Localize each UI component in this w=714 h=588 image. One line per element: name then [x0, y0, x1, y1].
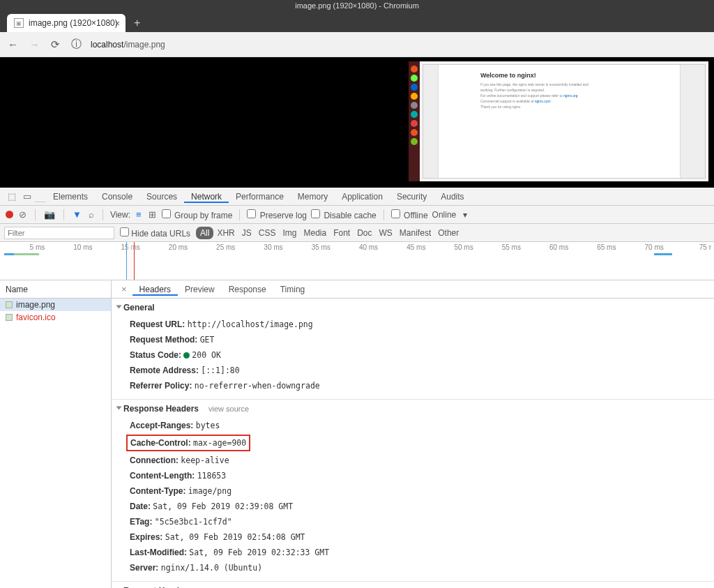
request-row[interactable]: image.png: [0, 299, 111, 311]
tab-title: image.png (1920×1080): [29, 18, 118, 28]
header-row: Content-Type: image/png: [117, 483, 708, 499]
new-tab-button[interactable]: +: [126, 17, 149, 32]
filter-type-manifest[interactable]: Manifest: [396, 227, 434, 239]
search-icon[interactable]: ⌕: [87, 209, 96, 220]
grid-view-icon[interactable]: ⊞: [147, 209, 158, 220]
devtools-tab-sources[interactable]: Sources: [139, 192, 184, 202]
device-icon[interactable]: ▭: [20, 191, 35, 202]
filter-type-other[interactable]: Other: [434, 227, 462, 239]
header-row: Expires: Sat, 09 Feb 2019 02:54:08 GMT: [117, 529, 708, 545]
image-preview: Welcome to nginx! If you see this page, …: [409, 61, 708, 181]
detail-tab-preview[interactable]: Preview: [178, 285, 222, 294]
close-icon[interactable]: ×: [114, 18, 120, 29]
header-row: Cache-Control: max-age=900: [117, 433, 708, 453]
detail-tab-response[interactable]: Response: [222, 285, 273, 294]
timeline[interactable]: 5 ms10 ms15 ms20 ms25 ms30 ms35 ms40 ms4…: [0, 242, 714, 280]
disable-cache-checkbox[interactable]: Disable cache: [311, 209, 377, 220]
hide-data-urls-checkbox[interactable]: Hide data URLs: [120, 227, 190, 239]
offline-checkbox[interactable]: Offline: [391, 209, 428, 220]
request-row[interactable]: favicon.ico: [0, 311, 111, 324]
view-source-link[interactable]: view source: [208, 405, 249, 413]
devtools-tab-network[interactable]: Network: [184, 192, 229, 203]
devtools-tab-elements[interactable]: Elements: [46, 192, 95, 202]
address-bar: ← → ⟳ ⓘ localhost/image.png: [0, 32, 714, 57]
tab-strip: ▣ image.png (1920×1080) × +: [0, 11, 714, 32]
header-row: Server: nginx/1.14.0 (Ubuntu): [117, 560, 708, 575]
general-section: General Request URL: http://localhost/im…: [112, 299, 714, 400]
detail-tabs: × HeadersPreviewResponseTiming: [112, 280, 714, 299]
request-list: Name image.pngfavicon.ico: [0, 280, 112, 588]
filter-type-img[interactable]: Img: [279, 227, 300, 239]
request-detail: × HeadersPreviewResponseTiming General R…: [112, 280, 714, 588]
filter-bar: Hide data URLs AllXHRJSCSSImgMediaFontDo…: [0, 224, 714, 242]
detail-tab-headers[interactable]: Headers: [132, 285, 178, 296]
throttle-select[interactable]: Online ▾: [432, 210, 468, 220]
filter-icon[interactable]: ▼: [71, 209, 83, 220]
header-row: Last-Modified: Sat, 09 Feb 2019 02:32:33…: [117, 545, 708, 560]
page-viewport: Welcome to nginx! If you see this page, …: [0, 57, 714, 188]
filter-type-js[interactable]: JS: [238, 227, 255, 239]
devtools-tab-performance[interactable]: Performance: [229, 192, 291, 202]
header-row: ETag: "5c5e3bc1-1cf7d": [117, 514, 708, 529]
filter-type-xhr[interactable]: XHR: [213, 227, 238, 239]
filter-type-doc[interactable]: Doc: [354, 227, 375, 239]
header-row: Content-Length: 118653: [117, 468, 708, 483]
devtools-tab-memory[interactable]: Memory: [291, 192, 335, 202]
filter-type-css[interactable]: CSS: [255, 227, 280, 239]
request-headers-section: Request Headersview source Accept: text/…: [112, 582, 714, 588]
ubuntu-dock: [409, 61, 420, 181]
window-title: image.png (1920×1080) - Chromium: [0, 0, 714, 11]
nginx-heading: Welcome to nginx!: [480, 72, 638, 79]
devtools-tab-application[interactable]: Application: [335, 192, 390, 202]
inspect-icon[interactable]: ⬚: [4, 191, 20, 202]
header-row: Connection: keep-alive: [117, 453, 708, 468]
filter-type-font[interactable]: Font: [330, 227, 354, 239]
filter-type-all[interactable]: All: [196, 227, 213, 239]
file-icon: [6, 301, 13, 308]
back-icon[interactable]: ←: [6, 38, 20, 50]
devtools-tabs: ⬚ ▭ ElementsConsoleSourcesNetworkPerform…: [0, 188, 714, 206]
network-toolbar: ⊘ 📷 ▼ ⌕ View: ≡ ⊞ Group by frame Preserv…: [0, 206, 714, 224]
clear-icon[interactable]: ⊘: [17, 209, 28, 220]
filter-type-ws[interactable]: WS: [376, 227, 396, 239]
devtools-tab-console[interactable]: Console: [95, 192, 139, 202]
devtools-tab-audits[interactable]: Audits: [434, 192, 471, 202]
forward-icon[interactable]: →: [27, 38, 42, 50]
group-checkbox[interactable]: Group by frame: [162, 209, 233, 220]
response-headers-section: Response Headersview source Accept-Range…: [112, 400, 714, 582]
address-text[interactable]: localhost/image.png: [91, 40, 165, 50]
list-view-icon[interactable]: ≡: [135, 209, 143, 220]
detail-tab-timing[interactable]: Timing: [273, 285, 312, 294]
reload-icon[interactable]: ⟳: [49, 38, 62, 51]
header-row: Date: Sat, 09 Feb 2019 02:39:08 GMT: [117, 499, 708, 514]
record-icon[interactable]: [6, 211, 13, 218]
info-icon[interactable]: ⓘ: [69, 38, 84, 51]
preserve-log-checkbox[interactable]: Preserve log: [247, 209, 307, 220]
close-icon[interactable]: ×: [116, 284, 132, 294]
browser-tab[interactable]: ▣ image.png (1920×1080) ×: [7, 14, 126, 32]
header-row: Accept-Ranges: bytes: [117, 418, 708, 433]
file-icon: [6, 314, 13, 321]
camera-icon[interactable]: 📷: [43, 209, 56, 220]
file-icon: ▣: [14, 18, 24, 28]
filter-type-media[interactable]: Media: [300, 227, 330, 239]
view-label: View:: [110, 210, 130, 220]
filter-input[interactable]: [4, 227, 114, 239]
name-column-header[interactable]: Name: [0, 280, 111, 299]
devtools-tab-security[interactable]: Security: [390, 192, 434, 202]
